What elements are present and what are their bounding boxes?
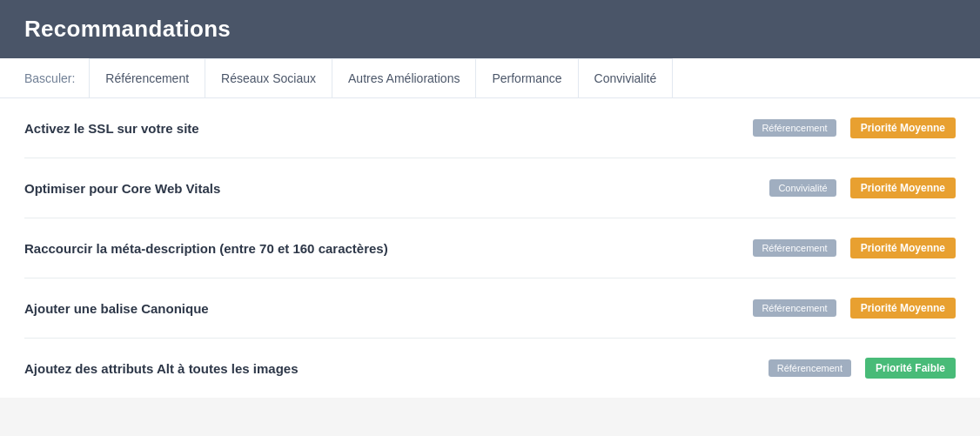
priority-badge: Priorité Moyenne <box>850 298 956 319</box>
priority-badge: Priorité Moyenne <box>850 178 956 198</box>
rec-right: RéférencementPriorité Moyenne <box>677 117 956 138</box>
rec-right: ConvivialitéPriorité Moyenne <box>677 178 956 198</box>
tabs-container: Référencement Réseaux Sociaux Autres Amé… <box>89 58 672 97</box>
tab-reseaux-sociaux[interactable]: Réseaux Sociaux <box>205 58 332 97</box>
rec-right: RéférencementPriorité Moyenne <box>677 298 956 319</box>
table-row: Activez le SSL sur votre siteRéférenceme… <box>24 98 956 158</box>
category-badge: Référencement <box>769 359 851 377</box>
rec-right: RéférencementPriorité Faible <box>677 358 956 379</box>
priority-badge: Priorité Moyenne <box>850 117 956 138</box>
category-badge: Convivialité <box>769 179 836 197</box>
tab-referenement[interactable]: Référencement <box>89 58 205 97</box>
category-badge: Référencement <box>753 239 836 257</box>
rec-title: Raccourcir la méta-description (entre 70… <box>24 241 677 256</box>
rec-right: RéférencementPriorité Moyenne <box>677 238 956 258</box>
table-row: Ajoutez des attributs Alt à toutes les i… <box>24 339 956 398</box>
table-row: Optimiser pour Core Web VitalsConviviali… <box>24 158 956 218</box>
category-badge: Référencement <box>753 119 836 137</box>
page-title: Recommandations <box>24 16 956 43</box>
category-badge: Référencement <box>753 299 836 317</box>
priority-badge: Priorité Faible <box>865 358 956 379</box>
rec-title: Optimiser pour Core Web Vitals <box>24 181 677 196</box>
rec-title: Ajoutez des attributs Alt à toutes les i… <box>24 361 677 376</box>
tab-autres-ameliorations[interactable]: Autres Améliorations <box>332 58 476 97</box>
tab-convivialite[interactable]: Convivialité <box>578 58 674 97</box>
table-row: Raccourcir la méta-description (entre 70… <box>24 218 956 278</box>
rec-title: Activez le SSL sur votre site <box>24 121 677 136</box>
rec-title: Ajouter une balise Canonique <box>24 301 677 316</box>
table-row: Ajouter une balise CanoniqueRéférencemen… <box>24 278 956 339</box>
tabs-bar-label: Basculer: <box>24 71 75 85</box>
tab-performance[interactable]: Performance <box>475 58 578 97</box>
recommendations-list: Activez le SSL sur votre siteRéférenceme… <box>0 98 980 398</box>
page-header: Recommandations <box>0 0 980 58</box>
tabs-bar: Basculer: Référencement Réseaux Sociaux … <box>0 58 980 98</box>
priority-badge: Priorité Moyenne <box>850 238 956 258</box>
